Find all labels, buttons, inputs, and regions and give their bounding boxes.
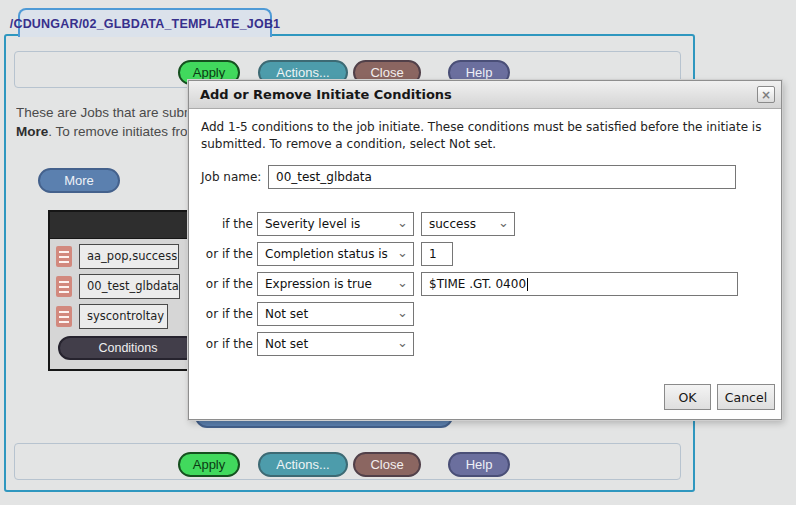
tab-title: /CDUNGAR/02_GLBDATA_TEMPLATE_JOB1: [10, 17, 281, 31]
condition-prefix: or if the: [189, 277, 253, 291]
chevron-down-icon: ⌄: [498, 215, 509, 230]
tab-job-template[interactable]: /CDUNGAR/02_GLBDATA_TEMPLATE_JOB1: [18, 8, 272, 37]
cancel-button[interactable]: Cancel: [717, 384, 775, 410]
condition-value-input-3[interactable]: $TIME .GT. 0400: [421, 272, 738, 296]
add-remove-conditions-dialog: Add or Remove Initiate Conditions × Add …: [188, 80, 782, 420]
close-icon: ×: [761, 88, 771, 102]
condition-type-select-1[interactable]: Severity level is ⌄: [257, 212, 414, 236]
job-name-input[interactable]: 00_test_glbdata: [268, 165, 736, 189]
condition-prefix: or if the: [189, 337, 253, 351]
condition-type-select-3[interactable]: Expression is true ⌄: [257, 272, 414, 296]
chevron-down-icon: ⌄: [397, 245, 408, 260]
chevron-down-icon: ⌄: [397, 335, 408, 350]
text-cursor: [527, 278, 528, 291]
ok-button[interactable]: OK: [664, 384, 711, 410]
condition-type-select-4[interactable]: Not set ⌄: [257, 302, 414, 326]
condition-prefix: if the: [189, 217, 253, 231]
dialog-close-button[interactable]: ×: [757, 86, 775, 103]
condition-prefix: or if the: [189, 307, 253, 321]
dialog-instructions: Add 1-5 conditions to the job initiate. …: [201, 119, 776, 153]
condition-value-select-1[interactable]: success ⌄: [421, 212, 515, 236]
condition-type-select-2[interactable]: Completion status is ⌄: [257, 242, 414, 266]
chevron-down-icon: ⌄: [397, 305, 408, 320]
chevron-down-icon: ⌄: [397, 275, 408, 290]
chevron-down-icon: ⌄: [397, 215, 408, 230]
dialog-titlebar[interactable]: Add or Remove Initiate Conditions ×: [189, 81, 781, 109]
condition-value-input-2[interactable]: 1: [421, 242, 453, 266]
condition-type-select-5[interactable]: Not set ⌄: [257, 332, 414, 356]
dialog-title: Add or Remove Initiate Conditions: [189, 87, 452, 102]
screen: /CDUNGAR/02_GLBDATA_TEMPLATE_JOB1 Apply …: [0, 0, 796, 505]
job-name-label: Job name:: [201, 170, 261, 184]
condition-prefix: or if the: [189, 247, 253, 261]
